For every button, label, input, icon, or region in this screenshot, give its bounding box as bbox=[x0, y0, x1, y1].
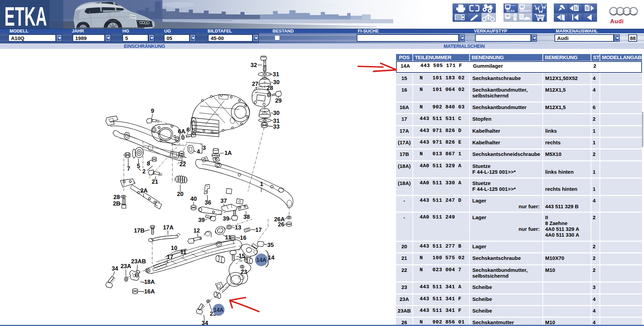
svg-text:23A: 23A bbox=[120, 263, 131, 269]
svg-text:23: 23 bbox=[241, 269, 247, 275]
svg-text:30: 30 bbox=[273, 79, 280, 85]
svg-text:27: 27 bbox=[252, 81, 259, 87]
svg-text:39: 39 bbox=[198, 217, 205, 223]
svg-text:14A: 14A bbox=[256, 257, 266, 263]
svg-text:2A: 2A bbox=[140, 187, 148, 194]
svg-text:DEPOT: DEPOT bbox=[520, 9, 531, 13]
svg-text:14A: 14A bbox=[213, 307, 224, 313]
svg-text:28: 28 bbox=[114, 194, 120, 200]
svg-text:11: 11 bbox=[225, 234, 231, 241]
svg-text:4: 4 bbox=[197, 148, 200, 155]
svg-text:17B: 17B bbox=[134, 227, 144, 234]
svg-text:29: 29 bbox=[275, 97, 282, 104]
svg-text:22: 22 bbox=[180, 161, 186, 168]
svg-text:31: 31 bbox=[273, 71, 279, 78]
svg-text:23AB: 23AB bbox=[131, 258, 146, 265]
svg-text:32: 32 bbox=[251, 62, 257, 68]
svg-text:17A: 17A bbox=[163, 224, 173, 231]
svg-text:2B: 2B bbox=[113, 200, 120, 207]
svg-text:36: 36 bbox=[205, 199, 211, 206]
svg-text:11: 11 bbox=[180, 249, 186, 255]
svg-text:26: 26 bbox=[278, 221, 285, 228]
svg-text:1A: 1A bbox=[224, 150, 232, 156]
svg-text:39: 39 bbox=[223, 215, 229, 222]
svg-text:34: 34 bbox=[112, 265, 118, 272]
svg-text:10: 10 bbox=[171, 245, 178, 251]
svg-text:14: 14 bbox=[268, 254, 275, 261]
svg-text:33: 33 bbox=[273, 123, 280, 130]
svg-text:16A: 16A bbox=[144, 288, 155, 295]
svg-text:37: 37 bbox=[221, 198, 227, 204]
svg-text:30: 30 bbox=[273, 110, 280, 116]
svg-text:2: 2 bbox=[142, 168, 145, 175]
svg-text:1: 1 bbox=[260, 181, 263, 187]
svg-text:16: 16 bbox=[240, 235, 247, 241]
svg-text:ELSA: ELSA bbox=[507, 9, 515, 13]
svg-text:Audi: Audi bbox=[610, 18, 624, 25]
svg-text:6A: 6A bbox=[178, 128, 185, 135]
svg-text:17: 17 bbox=[167, 254, 173, 260]
svg-text:40: 40 bbox=[190, 196, 197, 202]
svg-text:18A: 18A bbox=[144, 279, 155, 285]
svg-text:35: 35 bbox=[267, 242, 274, 248]
svg-text:28: 28 bbox=[267, 85, 273, 91]
svg-text:38: 38 bbox=[244, 214, 250, 220]
svg-text:3: 3 bbox=[202, 145, 206, 151]
svg-text:17: 17 bbox=[255, 227, 262, 233]
svg-text:12: 12 bbox=[194, 227, 200, 234]
svg-text:9: 9 bbox=[151, 108, 154, 114]
svg-text:7: 7 bbox=[127, 166, 130, 172]
svg-text:13: 13 bbox=[235, 224, 241, 231]
